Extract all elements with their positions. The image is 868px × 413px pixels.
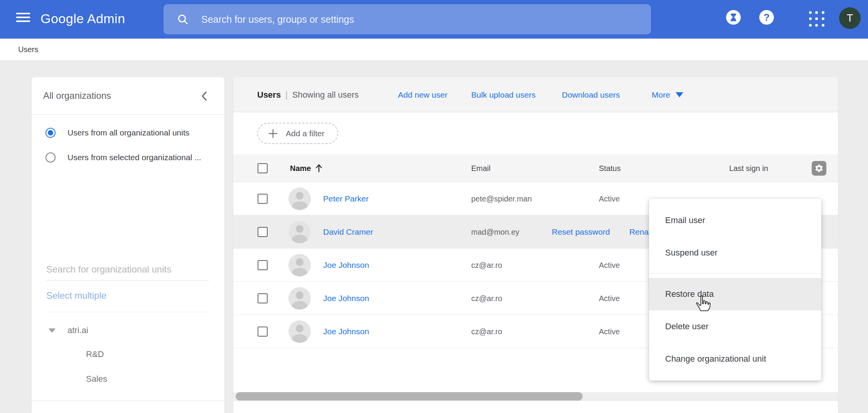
user-actions-context-menu: Email user Suspend user Restore data Del… <box>649 199 821 381</box>
sidebar-bottom-divider <box>32 401 224 401</box>
app-logo: Google Admin <box>40 11 125 26</box>
chevron-down-icon <box>676 92 683 97</box>
help-glyph: ? <box>764 12 770 24</box>
tree-expand-icon[interactable] <box>49 328 56 333</box>
download-users-link[interactable]: Download users <box>562 77 620 112</box>
bulk-upload-users-link[interactable]: Bulk upload users <box>471 77 536 112</box>
menu-item-suspend-user[interactable]: Suspend user <box>649 237 821 269</box>
avatar-letter: T <box>847 12 853 24</box>
radio-unselected-icon <box>46 152 56 162</box>
global-search-input[interactable]: Search for users, groups or settings <box>163 4 651 34</box>
user-email: mad@mon.ey <box>471 215 519 249</box>
row-checkbox[interactable] <box>258 260 268 270</box>
title-primary: Users <box>257 90 281 100</box>
scrollbar-thumb[interactable] <box>236 392 583 401</box>
users-panel-header: Users | Showing all users Add new user B… <box>233 77 838 112</box>
hourglass-icon[interactable] <box>726 10 741 25</box>
radio-all-org-units[interactable]: Users from all organizational units <box>46 128 189 138</box>
row-checkbox[interactable] <box>258 194 268 204</box>
column-header-last-sign-in[interactable]: Last sign in <box>729 154 768 182</box>
row-checkbox[interactable] <box>258 327 268 337</box>
radio-label: Users from selected organizational ... <box>67 153 201 162</box>
hamburger-menu-icon[interactable] <box>16 13 31 26</box>
org-root-label: atri.ai <box>67 325 88 335</box>
breadcrumb[interactable]: Users <box>18 45 38 54</box>
user-avatar-icon <box>288 287 311 310</box>
reset-password-link[interactable]: Reset password <box>552 215 610 249</box>
user-email: cz@ar.ro <box>471 282 502 315</box>
more-menu-button[interactable]: More <box>652 77 683 112</box>
user-name-link[interactable]: Joe Johnson <box>323 282 369 315</box>
search-icon <box>177 13 189 25</box>
user-email: pete@spider.man <box>471 182 532 215</box>
user-avatar-icon <box>288 254 311 276</box>
page-title: Users | Showing all users <box>257 77 359 112</box>
table-header: Name Email Status Last sign in <box>233 154 838 182</box>
user-name-link[interactable]: Peter Parker <box>323 182 369 215</box>
add-filter-button[interactable]: Add a filter <box>257 123 338 144</box>
menu-item-email-user[interactable]: Email user <box>649 204 821 237</box>
user-name-link[interactable]: Joe Johnson <box>323 249 369 282</box>
column-header-status[interactable]: Status <box>599 154 621 182</box>
filter-row: Add a filter <box>233 112 838 154</box>
account-avatar[interactable]: T <box>839 7 861 29</box>
column-header-name[interactable]: Name <box>290 154 322 182</box>
title-separator: | <box>285 90 288 100</box>
user-avatar-icon <box>288 188 311 210</box>
org-units-search-input[interactable]: Search for organizational units <box>46 264 209 281</box>
org-tree-item-sales[interactable]: Sales <box>86 374 107 384</box>
apps-grid-icon[interactable] <box>809 11 825 27</box>
collapse-panel-icon[interactable] <box>201 90 208 103</box>
organizations-panel: All organizations Users from all organiz… <box>32 77 224 413</box>
column-header-email[interactable]: Email <box>471 154 490 182</box>
radio-label: Users from all organizational units <box>67 128 189 137</box>
user-avatar-icon <box>288 221 311 243</box>
menu-item-change-org-unit[interactable]: Change organizational unit <box>649 343 821 375</box>
user-name-link[interactable]: David Cramer <box>323 215 373 249</box>
gear-icon <box>814 164 824 173</box>
column-name-label: Name <box>290 164 311 173</box>
menu-item-restore-data[interactable]: Restore data <box>649 278 821 310</box>
user-status: Active <box>599 282 620 315</box>
user-avatar-icon <box>288 320 311 343</box>
menu-divider <box>649 273 821 274</box>
horizontal-scrollbar[interactable] <box>233 392 838 401</box>
hand-cursor-icon <box>694 295 711 312</box>
radio-selected-org-units[interactable]: Users from selected organizational ... <box>46 152 201 162</box>
add-new-user-link[interactable]: Add new user <box>398 77 447 112</box>
more-label: More <box>652 90 670 100</box>
user-name-link[interactable]: Joe Johnson <box>323 315 369 348</box>
plus-icon <box>268 129 278 139</box>
organizations-panel-header: All organizations <box>32 77 224 115</box>
column-settings-button[interactable] <box>812 161 826 176</box>
sort-ascending-icon <box>315 164 322 173</box>
help-icon[interactable]: ? <box>759 10 774 25</box>
org-tree-item-rd[interactable]: R&D <box>86 349 104 359</box>
user-email: cz@ar.ro <box>471 249 502 282</box>
organizations-title: All organizations <box>43 90 111 101</box>
sidebar-divider <box>46 312 209 312</box>
user-status: Active <box>599 249 620 282</box>
add-filter-label: Add a filter <box>286 129 324 138</box>
search-placeholder: Search for users, groups or settings <box>201 14 354 25</box>
rename-user-link[interactable]: Rena <box>629 215 649 249</box>
row-checkbox[interactable] <box>258 227 268 237</box>
user-email: cz@ar.ro <box>471 315 502 348</box>
row-checkbox[interactable] <box>258 293 268 303</box>
user-status: Active <box>599 182 620 215</box>
breadcrumb-bar: Users <box>0 39 868 61</box>
title-secondary: Showing all users <box>292 90 359 100</box>
radio-selected-icon <box>46 128 56 138</box>
top-app-bar: Google Admin Search for users, groups or… <box>0 0 868 39</box>
menu-item-delete-user[interactable]: Delete user <box>649 310 821 343</box>
org-tree-root[interactable]: atri.ai <box>49 325 88 335</box>
user-status: Active <box>599 315 620 348</box>
select-all-checkbox[interactable] <box>258 163 268 173</box>
select-multiple-link[interactable]: Select multiple <box>46 290 106 301</box>
